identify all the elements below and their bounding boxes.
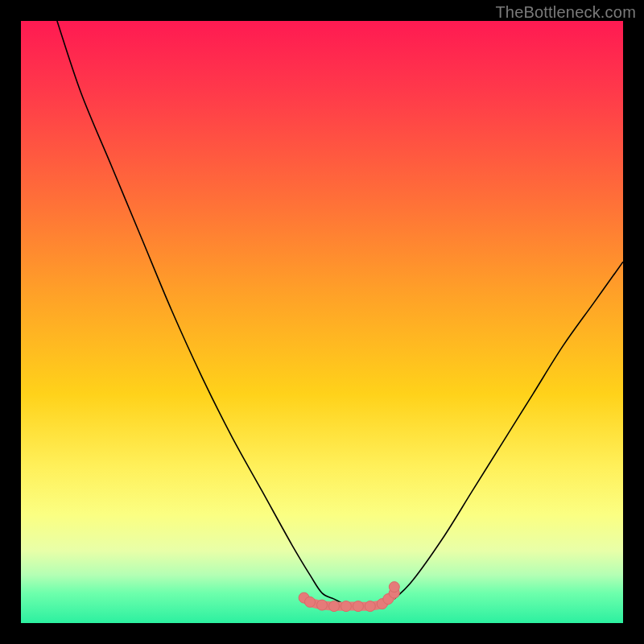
plot-area xyxy=(21,21,623,623)
marker-dot xyxy=(389,582,399,592)
marker-dot xyxy=(353,601,363,612)
bottom-marker-group xyxy=(299,582,399,612)
left-arm-path xyxy=(57,21,346,605)
marker-dot xyxy=(305,597,316,607)
marker-dot xyxy=(317,600,328,610)
watermark-text: TheBottleneck.com xyxy=(495,3,636,22)
chart-frame: TheBottleneck.com xyxy=(0,0,644,644)
marker-dot xyxy=(329,601,340,612)
right-arm-path xyxy=(394,262,623,599)
marker-dot xyxy=(365,601,375,612)
marker-dot xyxy=(341,601,351,612)
curve-layer xyxy=(21,21,623,623)
